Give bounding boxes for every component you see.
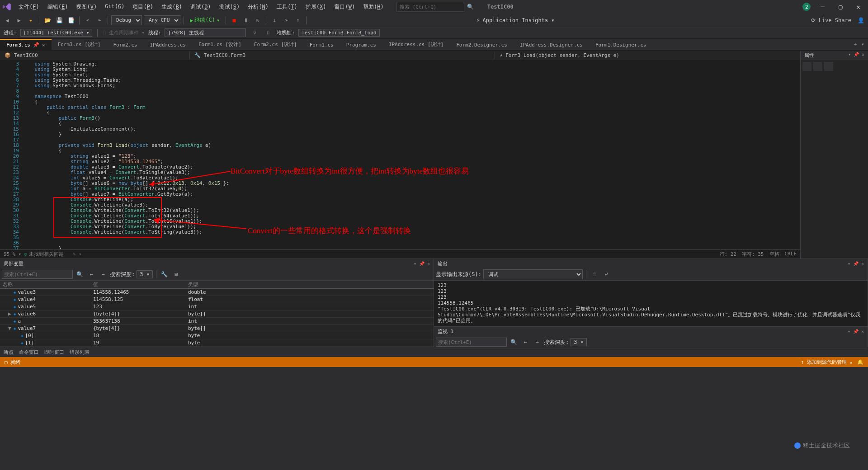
class-crumb[interactable]: 🔧 TestIC00.Form3 bbox=[190, 52, 495, 59]
tab-close-icon[interactable]: ✕ bbox=[42, 42, 45, 48]
step-into-icon[interactable]: ↓ bbox=[269, 15, 279, 25]
locals-search-input[interactable] bbox=[2, 270, 73, 279]
continue-button[interactable]: ▶ 继续(C) ▾ bbox=[187, 16, 222, 24]
minimize-button[interactable]: ─ bbox=[815, 0, 830, 13]
next-icon[interactable]: → bbox=[98, 269, 108, 279]
save-all-icon[interactable]: 📑 bbox=[66, 15, 76, 25]
var-row[interactable]: ◈value4114558.125float bbox=[0, 296, 434, 303]
process-dropdown[interactable]: [11444] TestIC00.exe ▾ bbox=[20, 29, 93, 37]
watch-search-input[interactable] bbox=[436, 338, 507, 347]
menu-t[interactable]: 工具(T) bbox=[273, 2, 301, 12]
var-row[interactable]: ◈value3114558.12465double bbox=[0, 289, 434, 296]
var-row[interactable]: ◈[2]20byte bbox=[0, 347, 434, 347]
tab-0[interactable]: Form3.cs📌✕ bbox=[0, 39, 52, 50]
zoom-level[interactable]: 95 % bbox=[4, 251, 16, 257]
open-icon[interactable]: 📂 bbox=[42, 15, 52, 25]
filter-icon[interactable]: ▽ bbox=[250, 28, 259, 38]
menu-b[interactable]: 生成(B) bbox=[158, 2, 186, 12]
wrap-icon[interactable]: ⤶ bbox=[601, 269, 611, 279]
var-row[interactable]: ▼◈value7{byte[4]}byte[] bbox=[0, 325, 434, 332]
props-cat-icon[interactable] bbox=[802, 62, 811, 71]
menu-e[interactable]: 编辑(E) bbox=[44, 2, 72, 12]
tab-11[interactable]: Form1.Designer.cs bbox=[589, 39, 653, 50]
feedback-icon[interactable]: 👤 bbox=[856, 15, 866, 25]
menu-d[interactable]: 调试(D) bbox=[187, 2, 215, 12]
bottom-tab[interactable]: 错误列表 bbox=[70, 349, 90, 356]
props-events-icon[interactable] bbox=[824, 62, 833, 71]
tool2-icon[interactable]: ⊞ bbox=[171, 269, 181, 279]
thread-dropdown[interactable]: [7928] 主线程 bbox=[165, 28, 246, 37]
tab-1[interactable]: Form3.cs [设计] bbox=[52, 38, 107, 50]
flag-icon[interactable]: ⚐ bbox=[263, 28, 273, 38]
menu-g[interactable]: Git(G) bbox=[101, 2, 128, 12]
platform-dropdown[interactable]: Any CPU bbox=[144, 15, 180, 25]
tab-2[interactable]: Form2.cs bbox=[107, 39, 143, 50]
search-icon[interactable]: 🔍 bbox=[467, 4, 474, 10]
nav-back-icon[interactable]: ◀ bbox=[2, 15, 12, 25]
step-over-icon[interactable]: ↷ bbox=[281, 15, 291, 25]
save-icon[interactable]: 💾 bbox=[54, 15, 64, 25]
notification-badge[interactable]: 2 bbox=[802, 3, 811, 11]
app-insights-button[interactable]: ⚡ Application Insights ▾ bbox=[474, 17, 556, 24]
maximize-button[interactable]: ▢ bbox=[833, 0, 848, 13]
step-out-icon[interactable]: ↑ bbox=[293, 15, 303, 25]
close-button[interactable]: ✕ bbox=[851, 0, 866, 13]
notifications-icon[interactable]: 🔔 bbox=[857, 359, 863, 365]
project-crumb[interactable]: 📦 TestIC00 bbox=[0, 52, 190, 59]
search-icon[interactable]: 🔍 bbox=[75, 269, 85, 279]
tab-8[interactable]: IPAddress.cs [设计] bbox=[382, 38, 450, 50]
var-row[interactable]: ◈value5123int bbox=[0, 303, 434, 310]
add-source-control[interactable]: ↑ 添加到源代码管理 ▴ bbox=[801, 359, 853, 366]
quick-search-input[interactable] bbox=[396, 2, 464, 12]
nav-fwd-icon[interactable]: ▶ bbox=[14, 15, 24, 25]
var-row[interactable]: ◈[0]18byte bbox=[0, 332, 434, 339]
depth-dropdown[interactable]: 3 ▾ bbox=[137, 270, 153, 278]
tab-7[interactable]: Program.cs bbox=[340, 39, 382, 50]
props-az-icon[interactable] bbox=[813, 62, 822, 71]
menu-p[interactable]: 项目(P) bbox=[129, 2, 157, 12]
panel-controls[interactable]: ▾ 📌 ✕ bbox=[414, 261, 430, 266]
depth-dropdown[interactable]: 3 ▾ bbox=[571, 338, 587, 346]
pin-icon[interactable]: ▾ 📌 ✕ bbox=[848, 52, 864, 59]
tab-pin-icon[interactable]: 📌 bbox=[33, 42, 39, 48]
next-icon[interactable]: → bbox=[532, 337, 542, 347]
output-text[interactable]: 123123123114558.12465"TestIC00.exe"(CLR … bbox=[434, 281, 868, 326]
menu-f[interactable]: 文件(F) bbox=[15, 2, 43, 12]
locals-table[interactable]: 名称 值 类型 ◈value3114558.12465double◈value4… bbox=[0, 281, 434, 347]
undo-icon[interactable]: ↶ bbox=[83, 15, 93, 25]
method-crumb[interactable]: ⚡ Form3_Load(object sender, EventArgs e) bbox=[495, 52, 800, 59]
prev-icon[interactable]: ← bbox=[86, 269, 96, 279]
bottom-tab[interactable]: 命令窗口 bbox=[19, 349, 39, 356]
stackframe-dropdown[interactable]: TestIC00.Form3.Form3_Load bbox=[298, 29, 380, 37]
menu-h[interactable]: 帮助(H) bbox=[359, 2, 387, 12]
menu-n[interactable]: 分析(N) bbox=[244, 2, 272, 12]
bottom-tab[interactable]: 断点 bbox=[4, 349, 14, 356]
restart-icon[interactable]: ↻ bbox=[253, 15, 263, 25]
menu-v[interactable]: 视图(V) bbox=[72, 2, 100, 12]
panel-controls[interactable]: ▾ 📌 ✕ bbox=[848, 329, 864, 334]
tab-4[interactable]: Form1.cs [设计] bbox=[192, 38, 248, 50]
code-editor[interactable]: 3456789101112131415161718192021222324252… bbox=[0, 61, 800, 249]
tab-9[interactable]: Form2.Designer.cs bbox=[450, 39, 514, 50]
menu-s[interactable]: 测试(S) bbox=[216, 2, 244, 12]
tool-icon[interactable]: 🔧 bbox=[160, 269, 170, 279]
menu-w[interactable]: 窗口(W) bbox=[330, 2, 359, 12]
var-row[interactable]: ◈a353637138int bbox=[0, 318, 434, 325]
clear-icon[interactable]: ≣ bbox=[590, 269, 599, 279]
add-tab-icon[interactable]: ＋ ▾ bbox=[849, 39, 868, 50]
prev-icon[interactable]: ← bbox=[520, 337, 530, 347]
tab-10[interactable]: IPAddress.Designer.cs bbox=[514, 39, 589, 50]
new-file-icon[interactable]: ✦ bbox=[26, 15, 36, 25]
bottom-tab[interactable]: 即时窗口 bbox=[44, 349, 64, 356]
lifecycle-dropdown[interactable]: ☐ 生命周期事件 ▾ bbox=[103, 29, 145, 36]
output-src-dropdown[interactable]: 调试 bbox=[483, 269, 583, 279]
live-share-button[interactable]: ⟳ Live Share bbox=[811, 17, 851, 24]
tab-3[interactable]: IPAddress.cs bbox=[143, 39, 192, 50]
redo-icon[interactable]: ↷ bbox=[94, 15, 104, 25]
panel-controls[interactable]: ▾ 📌 ✕ bbox=[848, 261, 864, 266]
tab-6[interactable]: Form1.cs bbox=[303, 39, 340, 50]
tab-5[interactable]: Form2.cs [设计] bbox=[248, 38, 303, 50]
break-all-icon[interactable]: ⏸ bbox=[241, 15, 251, 25]
menu-x[interactable]: 扩展(X) bbox=[302, 2, 330, 12]
var-row[interactable]: ▶◈value6{byte[4]}byte[] bbox=[0, 310, 434, 318]
